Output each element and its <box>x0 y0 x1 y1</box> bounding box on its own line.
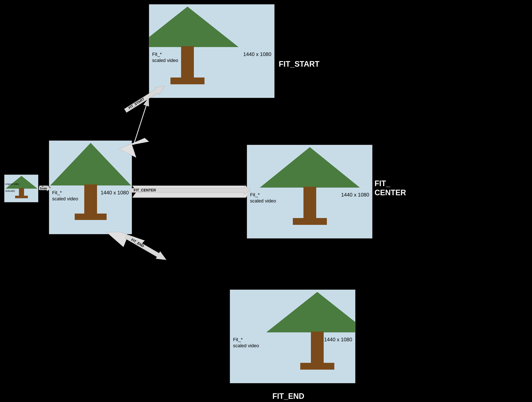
svg-rect-10 <box>181 46 194 78</box>
fit-center-arrow-container: FIT_CENTER <box>129 186 251 195</box>
svg-rect-7 <box>75 214 107 220</box>
svg-rect-18 <box>311 332 324 364</box>
fit-start-dimensions: 1440 x 1080 <box>243 51 271 57</box>
fit-end-section-label: FIT_END <box>272 392 304 401</box>
original-video-box: original video (640x480) <box>4 175 38 202</box>
orig-label: original video <box>5 182 19 185</box>
orig-dimensions: (640x480) <box>5 190 15 192</box>
fit-end-arrow-container: FIT_END <box>123 233 169 264</box>
original-video-tree <box>5 175 38 202</box>
fit-end-video-box: Fit_*scaled video 1440 x 1080 <box>230 290 355 383</box>
svg-rect-14 <box>304 187 316 219</box>
svg-rect-11 <box>171 77 204 84</box>
fit-center-section-label: FIT_CENTER <box>374 179 406 197</box>
fit-center-video-box: Fit_*scaled video 1440 x 1080 <box>247 145 372 238</box>
scaled-dimensions: 1440 x 1080 <box>101 190 129 196</box>
fit-end-label: Fit_*scaled video <box>233 337 259 349</box>
svg-marker-27 <box>124 233 169 264</box>
fit-center-label: Fit_*scaled video <box>250 192 276 204</box>
svg-rect-15 <box>293 218 327 225</box>
fit-center-arrow-svg: FIT_CENTER <box>129 186 251 195</box>
fit-end-dimensions: 1440 x 1080 <box>324 337 352 343</box>
fit-center-dimensions: 1440 x 1080 <box>341 192 369 198</box>
fit-start-video-box: Fit_*scaled video 1440 x 1080 <box>149 4 274 98</box>
svg-text:FIT_START: FIT_START <box>128 97 145 110</box>
scaled-video-tree <box>49 141 132 234</box>
scale-arrow-container: Scale <box>39 186 51 192</box>
svg-rect-3 <box>15 196 28 198</box>
fit-start-label: Fit_*scaled video <box>152 51 178 64</box>
svg-rect-2 <box>19 188 24 196</box>
scaled-label: Fit_*scaled video <box>52 190 78 202</box>
fit-start-arrow-container: FIT_START <box>123 83 168 115</box>
scale-text-label: Scale <box>40 187 47 190</box>
fit-start-section-label: FIT_START <box>279 60 319 69</box>
fit-end-arrow-svg: FIT_END <box>124 233 169 264</box>
svg-rect-19 <box>300 363 334 370</box>
fit-start-arrow-svg: FIT_START <box>123 83 167 115</box>
svg-rect-6 <box>84 184 97 214</box>
svg-text:FIT_CENTER: FIT_CENTER <box>134 188 156 192</box>
scaled-video-box: Fit_*scaled video 1440 x 1080 <box>49 140 132 234</box>
